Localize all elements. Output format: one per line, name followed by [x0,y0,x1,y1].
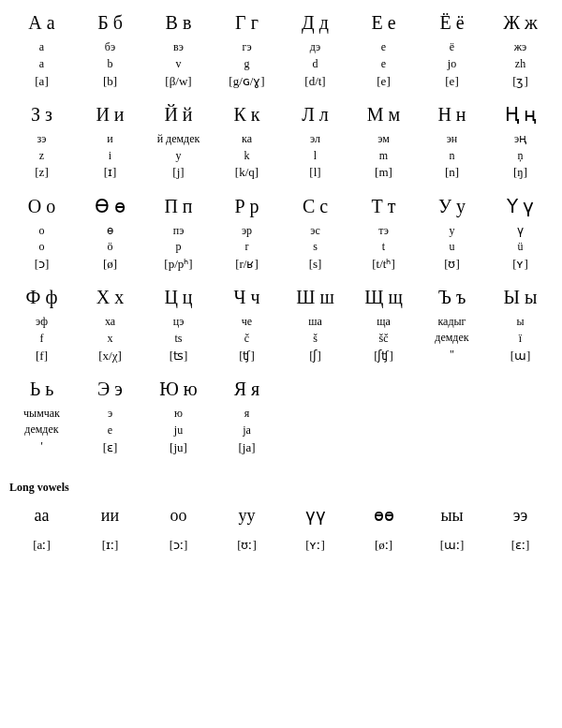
letter-cell: Ө өөö[ø] [76,191,144,283]
letter-romanization: r [214,239,279,255]
letter-romanization: " [420,347,484,363]
letter-romanization: x [78,331,142,347]
letter-name: и [78,131,142,147]
letter-romanization: f [9,331,74,347]
letter-romanization: ' [9,438,74,454]
letter-ipa: [b] [78,73,142,90]
letter-ipa: [ø] [78,256,142,273]
letter-name: цэ [146,314,211,330]
letter-ipa: [ʏ] [488,256,553,273]
long-vowel-cell: үү[ʏː] [281,502,349,557]
long-vowel-ipa: [ʊː] [214,538,279,553]
letter-name: жэ [488,39,553,55]
letter-cell: М мэмm[m] [349,99,418,191]
long-vowel-ipa: [ɛː] [488,538,553,553]
long-vowel-letter: ыы [420,506,484,527]
letter-name: чымчак демдек [9,406,74,438]
letter-cell: П ппэp[p/pʰ] [144,191,213,283]
letter-big: А а [9,11,74,34]
letter-cell: У ууu[ʊ] [418,191,486,283]
long-vowel-letter: аа [9,506,74,527]
letter-big: С с [283,195,348,217]
letter-romanization: jo [420,56,484,72]
letter-ipa: [ŋ] [488,164,553,181]
letter-big: Э э [78,378,142,400]
letter-romanization: ï [488,331,553,347]
letter-romanization: ü [488,239,553,255]
letter-ipa: [j] [146,164,211,181]
letter-ipa: [e] [420,73,484,90]
letter-name: ү [488,223,553,239]
letter-big: Ш ш [283,286,348,308]
letter-big: М м [351,103,416,126]
letter-romanization: p [146,239,211,255]
long-vowel-ipa: [aː] [9,538,74,553]
letter-big: З з [9,103,74,126]
letter-name: бэ [78,39,142,55]
letter-romanization: k [214,148,279,164]
letter-romanization: š [283,331,348,347]
long-vowels-table: аа[aː]ии[ɪː]оо[ɔː]уу[ʊː]үү[ʏː]өө[øː]ыы[ɯ… [7,502,555,557]
letter-name: ё [420,39,484,55]
letter-big: Ң ң [488,103,553,126]
letter-big: Х х [78,286,142,308]
letter-cell: А ааa[a] [7,7,76,99]
letter-big: Ё ё [420,11,484,34]
long-vowel-ipa: [ɯː] [420,538,484,553]
letter-big: Ч ч [214,286,279,308]
letter-name: а [9,39,74,55]
letter-cell: В ввэv[β/w] [144,7,213,99]
letter-name: зэ [9,131,74,147]
long-vowel-letter: ии [78,506,142,527]
letter-romanization: č [214,331,279,347]
long-vowel-cell: оо[ɔː] [144,502,213,557]
letter-romanization: ja [214,423,279,438]
letter-romanization: d [283,56,348,72]
letter-ipa: [ɯ] [488,348,553,364]
letter-ipa: [ʧ] [214,348,279,364]
long-vowel-cell: аа[aː] [7,502,76,557]
letter-name: ы [488,314,553,330]
letter-cell: Ь ьчымчак демдек' [7,374,76,466]
letter-cell: Ш шшаš[ʃ] [281,282,349,374]
letter-name: эр [214,223,279,239]
letter-name: че [214,314,279,330]
letter-big: Ж ж [488,11,553,34]
letter-name: й демдек [146,131,211,147]
letter-cell: Н нэнn[n] [418,99,486,191]
letter-cell: Ё ёёjo[e] [418,7,486,99]
letter-big: Р р [214,195,279,217]
letter-cell: Д ддэd[d/t] [281,7,349,99]
letter-big: Й й [146,103,211,126]
letter-ipa: [f] [9,348,74,364]
letter-name: эн [420,131,484,147]
letter-cell: Ң ңэңņ[ŋ] [486,99,555,191]
letter-ipa: [p/pʰ] [146,256,211,273]
letter-big: В в [146,11,211,34]
letter-romanization: e [78,423,142,438]
letter-big: Г г [214,11,279,34]
letter-romanization: n [420,148,484,164]
letter-romanization: s [283,239,348,255]
letter-name: кадыг демдек [420,314,484,346]
letter-big: Я я [214,378,279,400]
letter-cell: О ооo[ɔ] [7,191,76,283]
letter-big: К к [214,103,279,126]
long-vowel-ipa: [øː] [351,538,416,553]
long-vowel-cell: ээ[ɛː] [486,502,555,557]
letter-ipa: [g/ɢ/ɣ] [214,73,279,90]
letter-big: Д д [283,11,348,34]
letter-ipa: [ja] [214,439,279,456]
long-vowel-ipa: [ɪː] [78,538,142,553]
letter-ipa: [x/χ] [78,348,142,364]
letter-romanization: y [146,148,211,164]
letter-romanization: v [146,56,211,72]
letter-cell: Й йй демдекy[j] [144,99,213,191]
letter-cell: Ю ююju[ju] [144,374,213,466]
long-vowel-letter: өө [351,506,416,527]
letter-romanization: a [9,56,74,72]
letter-romanization: zh [488,56,553,72]
letter-name: эс [283,223,348,239]
letter-name: ө [78,223,142,239]
long-vowel-ipa: [ɔː] [146,538,211,553]
